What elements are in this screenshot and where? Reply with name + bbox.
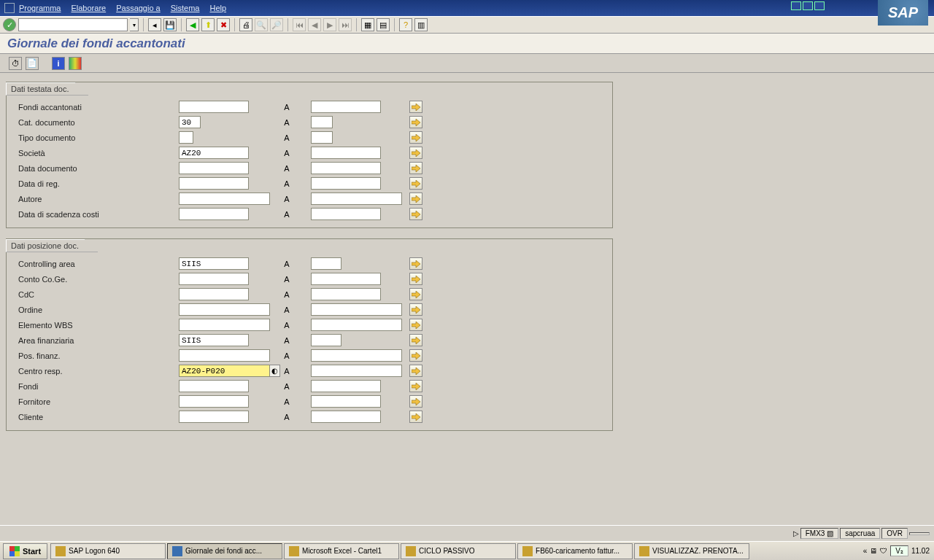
layout-icon[interactable]: ▥ [414, 18, 428, 31]
get-variant-icon[interactable]: 📄 [26, 57, 39, 70]
multiple-selection-icon[interactable] [409, 257, 422, 270]
system-menu-icon[interactable] [4, 3, 15, 13]
multiple-selection-icon[interactable] [409, 208, 422, 220]
cliente-to-input[interactable] [311, 411, 381, 423]
back-button[interactable]: ◂ [148, 18, 161, 31]
controlling_area-from-input[interactable] [179, 257, 249, 270]
first-page-icon[interactable]: ⏮ [293, 18, 306, 31]
tray-network-icon[interactable]: 🖥 [870, 547, 877, 555]
ordine-from-input[interactable] [179, 303, 270, 316]
tray-lang-icon[interactable]: V₂ [890, 545, 908, 556]
data_scadenza-to-input[interactable] [311, 208, 381, 220]
pos_finanz-from-input[interactable] [179, 349, 270, 362]
help-icon[interactable]: ? [399, 18, 412, 31]
fondi_accantonati-from-input[interactable] [179, 101, 249, 113]
tipo_documento-to-input[interactable] [311, 131, 333, 144]
shortcut-icon[interactable]: ▤ [377, 18, 390, 31]
multiple-selection-icon[interactable] [409, 192, 422, 205]
multiple-selection-icon[interactable] [409, 288, 422, 300]
find-icon[interactable]: 🔍 [255, 18, 268, 31]
menu-programma[interactable]: Programma [19, 4, 61, 12]
execute-icon[interactable]: ⏱ [9, 57, 22, 70]
fondi-to-input[interactable] [311, 380, 381, 392]
multiple-selection-icon[interactable] [409, 162, 422, 174]
multiple-selection-icon[interactable] [409, 131, 422, 144]
multiple-selection-icon[interactable] [409, 101, 422, 113]
tipo_documento-from-input[interactable] [179, 131, 193, 144]
multiple-selection-icon[interactable] [409, 273, 422, 285]
multiple-selection-icon[interactable] [409, 116, 422, 128]
multiple-selection-icon[interactable] [409, 380, 422, 392]
cancel-icon[interactable]: ✖ [217, 18, 230, 31]
enter-button[interactable]: ✓ [3, 18, 16, 31]
societa-from-input[interactable] [179, 147, 249, 159]
restore-icon[interactable] [803, 1, 813, 10]
multiple-selection-icon[interactable] [409, 334, 422, 346]
cliente-from-input[interactable] [179, 411, 249, 423]
ordine-to-input[interactable] [311, 303, 402, 316]
fondi-from-input[interactable] [179, 380, 249, 392]
centro_resp-to-input[interactable] [311, 365, 402, 377]
taskbar-item[interactable]: Giornale dei fondi acc... [167, 543, 282, 559]
societa-to-input[interactable] [311, 147, 381, 159]
minimize-icon[interactable] [791, 1, 801, 10]
multiple-selection-icon[interactable] [409, 303, 422, 316]
info-icon[interactable]: i [52, 57, 65, 70]
back-icon[interactable]: ◀ [186, 18, 199, 31]
pos_finanz-to-input[interactable] [311, 349, 402, 362]
data_di_reg-from-input[interactable] [179, 177, 249, 190]
multiple-selection-icon[interactable] [409, 319, 422, 331]
controlling_area-to-input[interactable] [311, 257, 341, 270]
menu-sistema[interactable]: Sistema [171, 4, 200, 12]
autore-from-input[interactable] [179, 192, 270, 205]
multiple-selection-icon[interactable] [409, 395, 422, 408]
data_scadenza-from-input[interactable] [179, 208, 249, 220]
autore-to-input[interactable] [311, 192, 402, 205]
fondi_accantonati-to-input[interactable] [311, 101, 381, 113]
taskbar-item[interactable]: VISUALIZZAZ. PRENOTA... [634, 543, 749, 559]
data_documento-from-input[interactable] [179, 162, 249, 174]
centro_resp-from-input[interactable] [179, 365, 270, 377]
prev-page-icon[interactable]: ◀ [308, 18, 321, 31]
menu-passaggio-a[interactable]: Passaggio a [116, 4, 161, 12]
cdc-to-input[interactable] [311, 288, 381, 300]
data_di_reg-to-input[interactable] [311, 177, 381, 190]
multiple-selection-icon[interactable] [409, 147, 422, 159]
next-page-icon[interactable]: ▶ [323, 18, 336, 31]
command-field[interactable] [18, 18, 128, 31]
selection-options-icon[interactable] [69, 57, 82, 70]
taskbar-item[interactable]: SAP Logon 640 [50, 543, 166, 559]
conto_coge-from-input[interactable] [179, 273, 249, 285]
last-page-icon[interactable]: ⏭ [339, 18, 352, 31]
exit-icon[interactable]: ⬆ [201, 18, 215, 31]
close-icon[interactable] [814, 1, 825, 10]
cat_documento-from-input[interactable] [179, 116, 201, 128]
command-history-icon[interactable]: ▾ [130, 18, 139, 31]
f4-help-icon[interactable]: ◐ [270, 365, 280, 377]
taskbar-item[interactable]: Microsoft Excel - Cartel1 [284, 543, 399, 559]
data_documento-to-input[interactable] [311, 162, 381, 174]
multiple-selection-icon[interactable] [409, 365, 422, 377]
find-next-icon[interactable]: 🔎 [270, 18, 283, 31]
start-button[interactable]: Start [3, 543, 47, 559]
new-session-icon[interactable]: ▦ [361, 18, 374, 31]
menu-help[interactable]: Help [209, 4, 226, 12]
cdc-from-input[interactable] [179, 288, 249, 300]
conto_coge-to-input[interactable] [311, 273, 381, 285]
taskbar-item[interactable]: FB60-caricamento fattur... [517, 543, 633, 559]
fornitore-from-input[interactable] [179, 395, 249, 408]
tray-shield-icon[interactable]: 🛡 [880, 547, 887, 555]
elemento_wbs-to-input[interactable] [311, 319, 402, 331]
area_finanziaria-from-input[interactable] [179, 334, 249, 346]
save-button[interactable]: 💾 [163, 18, 177, 31]
menu-elaborare[interactable]: Elaborare [71, 4, 106, 12]
cat_documento-to-input[interactable] [311, 116, 333, 128]
print-icon[interactable]: 🖨 [239, 18, 252, 31]
area_finanziaria-to-input[interactable] [311, 334, 341, 346]
multiple-selection-icon[interactable] [409, 177, 422, 190]
multiple-selection-icon[interactable] [409, 349, 422, 362]
taskbar-item[interactable]: CICLO PASSIVO [401, 543, 516, 559]
multiple-selection-icon[interactable] [409, 411, 422, 423]
elemento_wbs-from-input[interactable] [179, 319, 270, 331]
fornitore-to-input[interactable] [311, 395, 381, 408]
